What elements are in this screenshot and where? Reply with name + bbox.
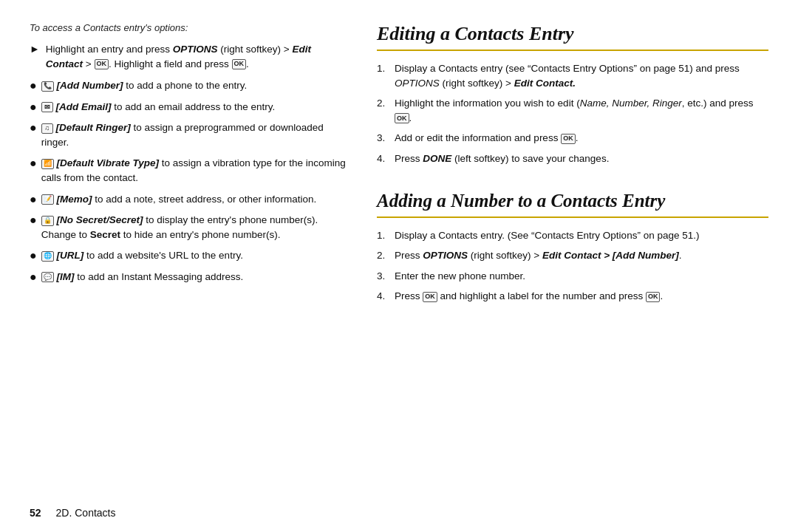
list-num: 1. [377,61,390,76]
list-item: ● ✉ [Add Email] to add an email address … [30,100,347,115]
list-item-text: ♫ [Default Ringer] to assign a preprogra… [41,120,347,149]
list-item-text: ✉ [Add Email] to add an email address to… [41,100,347,115]
secret-icon: 🔒 [41,216,54,226]
main-page: To access a Contacts entry's options: ► … [0,0,798,507]
arrow-icon: ► [30,43,40,55]
list-num: 2. [377,96,390,111]
ok-icon: OK [561,134,576,144]
add-number-icon: 📞 [41,81,54,92]
list-num: 4. [377,151,390,166]
ok-icon: OK [423,292,437,302]
section2-divider [377,216,768,218]
bullet-icon: ● [30,214,37,226]
list-num: 2. [377,248,390,263]
list-item: 4. Press OK and highlight a label for th… [377,289,768,304]
left-column: To access a Contacts entry's options: ► … [30,22,347,492]
section2-title: Adding a Number to a Contacts Entry [377,190,768,212]
ok-icon2: OK [646,292,661,302]
arrow-item-text: Highlight an entry and press OPTIONS (ri… [46,42,347,71]
bullet-icon: ● [30,101,37,113]
default-ringer-icon: ♫ [41,123,53,134]
list-item: ● ♫ [Default Ringer] to assign a preprog… [30,120,347,149]
list-item-text: 🌐 [URL] to add a website's URL to the en… [41,248,347,263]
list-item: 3. Enter the new phone number. [377,269,768,284]
list-item-text: 📞 [Add Number] to add a phone to the ent… [41,78,347,93]
im-icon: 💬 [41,272,54,282]
arrow-item: ► Highlight an entry and press OPTIONS (… [30,42,347,71]
section1-list: 1. Display a Contacts entry (see “Contac… [377,61,768,171]
list-item: 3. Add or edit the information and press… [377,131,768,146]
bullet-icon: ● [30,194,37,205]
section1-divider [377,50,768,51]
access-heading: To access a Contacts entry's options: [30,22,347,33]
list-item-text: Add or edit the information and press OK… [395,131,768,146]
section2-list: 1. Display a Contacts entry. (See “Conta… [377,228,768,310]
memo-icon: 📝 [41,194,54,205]
list-item: 2. Press OPTIONS (right softkey) > Edit … [377,248,768,263]
list-item-text: 📶 [Default Vibrate Type] to assign a vib… [41,156,347,185]
bullet-icon: ● [30,157,37,169]
bullet-list: ● 📞 [Add Number] to add a phone to the e… [30,78,347,290]
list-item: ● 📞 [Add Number] to add a phone to the e… [30,78,347,93]
bullet-icon: ● [30,250,37,262]
url-icon: 🌐 [41,251,54,262]
list-item: ● 🔒 [No Secret/Secret] to display the en… [30,213,347,242]
list-item: 2. Highlight the information you wish to… [377,96,768,125]
add-email-icon: ✉ [41,102,53,112]
ok-icon-inline2: OK [232,59,247,69]
section1-title: Editing a Contacts Entry [377,22,768,45]
footer: 52 2D. Contacts [0,507,798,532]
list-item-text: 💬 [IM] to add an Instant Messaging addre… [41,270,347,284]
list-item-text: Highlight the information you wish to ed… [395,96,768,125]
bullet-icon: ● [30,80,37,92]
list-item-text: Display a Contacts entry (see “Contacts … [395,61,768,90]
list-item: ● 💬 [IM] to add an Instant Messaging add… [30,270,347,284]
ok-icon-inline: OK [95,59,109,69]
list-item-text: Press DONE (left softkey) to save your c… [395,151,768,166]
list-item-text: Display a Contacts entry. (See “Contacts… [395,228,768,243]
list-num: 3. [377,269,390,284]
list-item: ● 📶 [Default Vibrate Type] to assign a v… [30,156,347,185]
list-item-text: Enter the new phone number. [395,269,768,284]
footer-section: 2D. Contacts [56,507,116,519]
list-item: 4. Press DONE (left softkey) to save you… [377,151,768,166]
list-item-text: 📝 [Memo] to add a note, street address, … [41,192,347,207]
footer-page-number: 52 [30,507,41,519]
list-num: 4. [377,289,390,304]
list-item: 1. Display a Contacts entry (see “Contac… [377,61,768,90]
bullet-icon: ● [30,122,37,134]
ok-icon: OK [395,113,409,123]
bullet-icon: ● [30,271,37,283]
list-item: ● 🌐 [URL] to add a website's URL to the … [30,248,347,263]
list-item: ● 📝 [Memo] to add a note, street address… [30,192,347,207]
list-num: 3. [377,131,390,146]
list-item-text: Press OPTIONS (right softkey) > Edit Con… [395,248,768,263]
list-item-text: Press OK and highlight a label for the n… [395,289,768,304]
list-item: 1. Display a Contacts entry. (See “Conta… [377,228,768,243]
vibrate-icon: 📶 [41,159,54,169]
list-num: 1. [377,228,390,243]
right-column: Editing a Contacts Entry 1. Display a Co… [377,22,768,492]
list-item-text: 🔒 [No Secret/Secret] to display the entr… [41,213,347,242]
